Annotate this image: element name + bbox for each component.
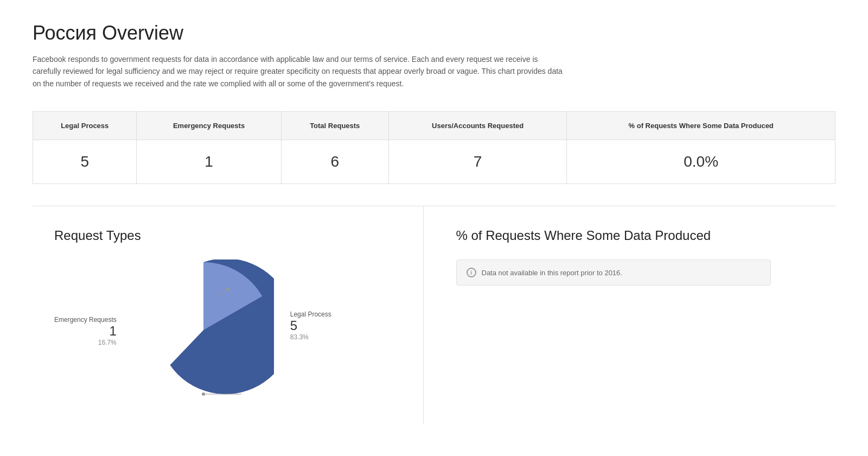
charts-row: Request Types Emergency Requests 1 16.7% <box>33 206 835 424</box>
table-row: 5 1 6 7 0.0% <box>33 140 835 184</box>
info-message: Data not available in this report prior … <box>482 269 622 277</box>
page-description: Facebook responds to government requests… <box>33 53 564 90</box>
page-container: Россия Overview Facebook responds to gov… <box>0 0 868 446</box>
pie-svg <box>133 259 274 401</box>
info-icon: i <box>467 268 476 277</box>
cell-pct: 0.0% <box>567 140 835 184</box>
legend-emergency-label: Emergency Requests <box>54 316 117 324</box>
legend-legal: Legal Process 5 83.3% <box>290 311 331 352</box>
col-header-users: Users/Accounts Requested <box>388 112 566 140</box>
chart-right-title: % of Requests Where Some Data Produced <box>456 228 803 243</box>
data-table: Legal Process Emergency Requests Total R… <box>33 111 835 184</box>
legend-emergency: Emergency Requests 1 16.7% <box>54 316 117 346</box>
chart-left: Request Types Emergency Requests 1 16.7% <box>33 206 424 424</box>
page-title: Россия Overview <box>33 22 835 45</box>
col-header-pct: % of Requests Where Some Data Produced <box>567 112 835 140</box>
cell-emergency: 1 <box>137 140 281 184</box>
pie-chart <box>133 259 274 402</box>
col-header-emergency: Emergency Requests <box>137 112 281 140</box>
legend-legal-label: Legal Process <box>290 311 331 318</box>
legend-emergency-pct: 16.7% <box>98 339 117 346</box>
legend-emergency-value: 1 <box>109 324 116 339</box>
pie-area: Emergency Requests 1 16.7% <box>54 259 401 402</box>
info-box: i Data not available in this report prio… <box>456 259 771 286</box>
col-header-legal-process: Legal Process <box>33 112 137 140</box>
legend-legal-pct: 83.3% <box>290 333 331 341</box>
legend-legal-value: 5 <box>290 318 331 333</box>
legal-connector-dot <box>202 392 205 396</box>
cell-users: 7 <box>388 140 566 184</box>
cell-legal-process: 5 <box>33 140 137 184</box>
cell-total: 6 <box>281 140 388 184</box>
emergency-connector-dot <box>226 288 229 291</box>
col-header-total: Total Requests <box>281 112 388 140</box>
chart-left-title: Request Types <box>54 228 401 243</box>
chart-right: % of Requests Where Some Data Produced i… <box>424 206 836 424</box>
